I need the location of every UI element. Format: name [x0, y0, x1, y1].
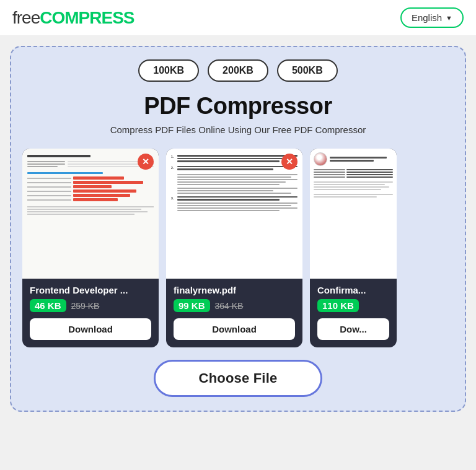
file-size-new-3: 110 KB: [317, 299, 359, 312]
file-name-1: Frontend Developer ...: [30, 285, 151, 295]
download-button-2[interactable]: Download: [174, 318, 295, 340]
download-button-1[interactable]: Download: [30, 318, 151, 340]
size-preset-200kb[interactable]: 200KB: [208, 59, 268, 82]
file-size-new-2: 99 KB: [174, 299, 210, 312]
file-name-2: finalyrnew.pdf: [174, 285, 295, 295]
file-name-3: Confirma...: [317, 285, 389, 295]
file-size-old-1: 259 KB: [71, 301, 100, 311]
size-presets: 100KB 200KB 500KB: [22, 59, 454, 82]
choose-file-section: Choose File: [22, 360, 454, 397]
file-size-new-1: 46 KB: [30, 299, 66, 312]
file-sizes-2: 99 KB 364 KB: [174, 299, 295, 312]
language-selector[interactable]: English ▼: [400, 7, 464, 28]
header: freeCOMPRESS English ▼: [0, 0, 476, 36]
file-preview-1: ✕: [22, 149, 159, 279]
page-title: PDF Compressor: [22, 93, 454, 120]
file-cards-row: ✕: [22, 149, 454, 347]
main-content: 100KB 200KB 500KB PDF Compressor Compres…: [0, 36, 476, 422]
page-subtitle: Compress PDF Files Online Using Our Free…: [22, 124, 454, 135]
file-sizes-3: 110 KB: [317, 299, 389, 312]
logo-compress: COMPRESS: [40, 8, 134, 27]
file-preview-2: ✕ 1.: [166, 149, 302, 279]
language-label: English: [412, 12, 442, 23]
file-size-old-2: 364 KB: [215, 301, 244, 311]
close-file-1-button[interactable]: ✕: [138, 154, 154, 170]
download-button-3[interactable]: Dow...: [317, 318, 389, 340]
close-file-2-button[interactable]: ✕: [281, 154, 298, 170]
file-sizes-1: 46 KB 259 KB: [30, 299, 151, 312]
file-info-3: Confirma... 110 KB Dow...: [310, 279, 397, 347]
logo: freeCOMPRESS: [12, 8, 134, 28]
file-info-2: finalyrnew.pdf 99 KB 364 KB Download: [166, 279, 302, 347]
file-card-2: ✕ 1.: [166, 149, 302, 347]
file-card-1: ✕: [22, 149, 159, 347]
file-info-1: Frontend Developer ... 46 KB 259 KB Down…: [22, 279, 159, 347]
chevron-down-icon: ▼: [446, 14, 452, 22]
file-card-3: Confirma... 110 KB Dow...: [310, 149, 397, 347]
file-preview-3: [310, 149, 397, 279]
compressor-card: 100KB 200KB 500KB PDF Compressor Compres…: [10, 46, 466, 412]
choose-file-button[interactable]: Choose File: [154, 360, 323, 397]
size-preset-500kb[interactable]: 500KB: [277, 59, 338, 82]
logo-free: free: [12, 8, 40, 27]
size-preset-100kb[interactable]: 100KB: [138, 59, 199, 82]
